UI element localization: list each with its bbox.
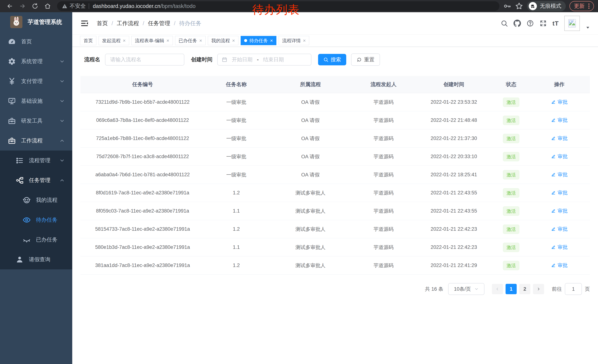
sidebar-item-请假查询[interactable]: 请假查询: [0, 250, 72, 269]
approve-link[interactable]: 审批: [551, 226, 568, 232]
address-bar[interactable]: 不安全 dashboard.yudao.iocoder.cn /bpm/task…: [57, 1, 499, 11]
cell-id: 75d72608-7b7f-11ec-a3c8-acde48001122: [80, 147, 205, 166]
chevron-down-icon: [59, 118, 65, 124]
browser-reload-button[interactable]: [29, 0, 41, 12]
close-icon[interactable]: ×: [270, 38, 273, 43]
approve-link-label: 审批: [558, 189, 568, 196]
breadcrumb-item: 待办任务: [179, 20, 201, 27]
goto-page-input[interactable]: 1: [565, 283, 582, 295]
kebab-menu-icon[interactable]: [588, 6, 590, 7]
github-icon[interactable]: [514, 20, 521, 27]
cell-id: 725a1eb6-7b88-11ec-8ef0-acde48001122: [80, 129, 205, 147]
toolbox-icon: [8, 117, 16, 125]
approve-link[interactable]: 审批: [551, 153, 568, 160]
edit-icon: [551, 172, 556, 177]
sidebar-item-已办任务[interactable]: 已办任务: [0, 230, 72, 250]
fullscreen-icon[interactable]: [540, 20, 547, 27]
sidebar-item-支付管理[interactable]: 支付管理: [0, 71, 72, 91]
cell-status: 激活: [493, 129, 529, 147]
cell-created: 2022-01-21 22:41:29: [414, 256, 493, 275]
search-icon[interactable]: [500, 20, 508, 27]
approve-link[interactable]: 审批: [551, 135, 568, 142]
page-button-1[interactable]: 1: [506, 284, 517, 294]
key-icon[interactable]: [503, 2, 511, 10]
toolbox-icon: [8, 137, 16, 145]
page-button-2[interactable]: 2: [519, 284, 530, 294]
sidebar-item-任务管理[interactable]: 任务管理: [0, 170, 72, 190]
column-header: 任务名称: [205, 76, 268, 93]
cell-id: 73211d9d-7b9b-11ec-b5b7-acde48001122: [80, 93, 205, 111]
url-path: /bpm/task/todo: [160, 3, 195, 9]
security-label[interactable]: 不安全: [70, 2, 86, 10]
browser-back-button[interactable]: [4, 0, 16, 12]
page-size-select[interactable]: 10条/页: [448, 283, 484, 295]
tab-流程详情[interactable]: 流程详情×: [279, 36, 309, 45]
breadcrumb-item[interactable]: 首页: [97, 20, 108, 27]
sidebar-item-基础设施[interactable]: 基础设施: [0, 91, 72, 111]
reset-button[interactable]: 重置: [351, 54, 380, 66]
next-page-button[interactable]: [533, 284, 544, 294]
navbar: 首页/工作流程/任务管理/待办任务 tT: [72, 12, 598, 35]
tab-我的流程[interactable]: 我的流程×: [208, 36, 238, 45]
approve-link-label: 审批: [558, 135, 568, 142]
sidebar-collapse-icon[interactable]: [80, 19, 89, 28]
browser-forward-button[interactable]: [17, 0, 28, 12]
date-range-picker[interactable]: 开始日期 - 结束日期: [217, 54, 311, 65]
cell-action: 审批: [529, 93, 590, 111]
sidebar-item-我的流程[interactable]: 我的流程: [0, 190, 72, 210]
cell-action: 审批: [529, 238, 590, 256]
approve-link[interactable]: 审批: [551, 117, 568, 123]
breadcrumb-separator: /: [143, 20, 144, 26]
sidebar-item-研发工具[interactable]: 研发工具: [0, 111, 72, 131]
sidebar-item-待办任务[interactable]: 待办任务: [0, 210, 72, 230]
sidebar-item-流程管理[interactable]: 流程管理: [0, 151, 72, 170]
close-icon[interactable]: ×: [166, 38, 169, 43]
breadcrumb-item[interactable]: 工作流程: [117, 20, 139, 27]
approve-link[interactable]: 审批: [551, 244, 568, 251]
page-unit-label: 页: [585, 286, 590, 292]
cell-process: 测试多审批人: [268, 238, 353, 256]
close-icon[interactable]: ×: [199, 38, 202, 43]
eye-closed-icon: [23, 236, 31, 244]
app-title: 芋道管理系统: [28, 18, 62, 26]
approve-link[interactable]: 审批: [551, 171, 568, 178]
total-count: 共 16 条: [425, 286, 443, 292]
breadcrumb-item[interactable]: 任务管理: [148, 20, 170, 27]
tags-view: 首页发起流程×流程表单-编辑×已办任务×我的流程×待办任务×流程详情×: [72, 35, 598, 47]
tab-待办任务[interactable]: 待办任务×: [241, 36, 276, 45]
sidebar-item-label: 任务管理: [29, 177, 50, 184]
help-icon[interactable]: [526, 20, 534, 27]
sidebar-item-系统管理[interactable]: 系统管理: [0, 51, 72, 71]
browser-home-button[interactable]: [42, 0, 53, 12]
star-icon[interactable]: [515, 2, 523, 10]
logo-row[interactable]: 芋道管理系统: [0, 12, 72, 32]
cell-created: 2022-01-22 23:53:32: [414, 93, 493, 111]
tab-流程表单-编辑[interactable]: 流程表单-编辑×: [131, 36, 173, 45]
prev-page-button[interactable]: [492, 284, 503, 294]
process-name-input[interactable]: 请输入流程名: [105, 54, 184, 65]
cell-created: 2022-01-22 21:37:30: [414, 129, 493, 147]
arrow-right-icon: [19, 3, 26, 9]
search-button[interactable]: 搜索: [318, 54, 346, 65]
close-icon[interactable]: ×: [303, 38, 306, 43]
sidebar-item-工作流程[interactable]: 工作流程: [0, 131, 72, 151]
tab-首页[interactable]: 首页: [80, 36, 96, 45]
pager: 12: [492, 284, 544, 294]
update-button[interactable]: 更新: [569, 1, 594, 11]
approve-link[interactable]: 审批: [551, 189, 568, 196]
tab-发起流程[interactable]: 发起流程×: [99, 36, 129, 45]
caret-down-icon[interactable]: [585, 25, 590, 30]
font-size-icon[interactable]: tT: [552, 20, 559, 27]
close-icon[interactable]: ×: [232, 38, 235, 43]
sidebar-item-首页[interactable]: 首页: [0, 32, 72, 51]
cell-id: 8f0d1619-7ac8-11ec-a9e2-a2380e71991a: [80, 184, 205, 202]
tab-已办任务[interactable]: 已办任务×: [175, 36, 206, 45]
eye-icon: [23, 216, 31, 224]
approve-link[interactable]: 审批: [551, 99, 568, 105]
close-icon[interactable]: ×: [123, 38, 126, 43]
approve-link[interactable]: 审批: [551, 208, 568, 214]
cell-created: 2022-01-21 22:43:55: [414, 202, 493, 220]
approve-link[interactable]: 审批: [551, 262, 568, 269]
cell-starter: 芋道源码: [353, 166, 414, 184]
avatar[interactable]: [564, 16, 580, 31]
